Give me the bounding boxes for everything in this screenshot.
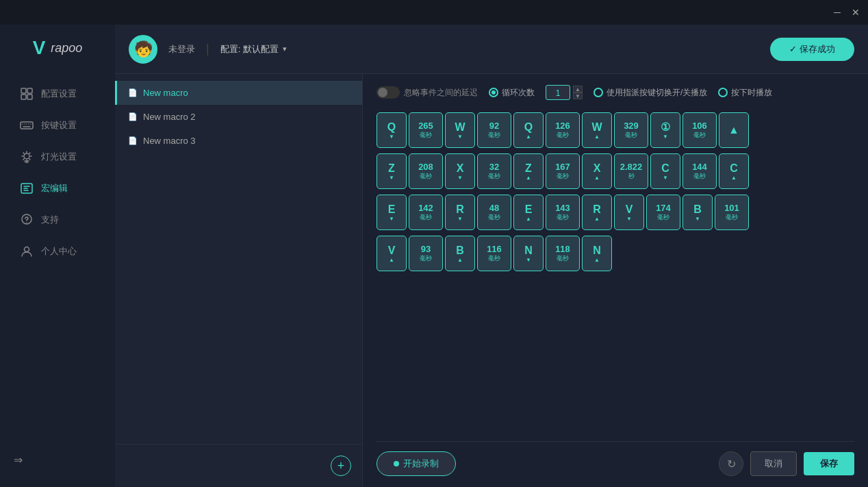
sidebar-label-light-settings: 灯光设置 — [41, 151, 77, 163]
key-tile[interactable]: Z▼ — [376, 153, 407, 189]
hold-play-radio[interactable] — [718, 88, 728, 97]
delay-tile[interactable]: 208毫秒 — [409, 153, 443, 189]
save-success-button[interactable]: ✓ 保存成功 — [770, 38, 854, 61]
collapse-button[interactable]: ⇒ — [14, 453, 23, 466]
svg-rect-0 — [21, 88, 26, 93]
loop-decrement-button[interactable]: ▼ — [573, 92, 583, 99]
key-tile[interactable]: Z▲ — [513, 153, 544, 189]
loop-increment-button[interactable]: ▲ — [573, 86, 583, 92]
cancel-button[interactable]: 取消 — [750, 451, 797, 476]
minimize-button[interactable]: ─ — [834, 7, 841, 18]
assign-key-radio[interactable] — [593, 88, 603, 97]
avatar: 🧒 — [129, 35, 157, 64]
editor-bottom: 开始录制 ↻ 取消 保存 — [376, 441, 854, 476]
key-tile[interactable]: B▼ — [682, 195, 713, 230]
key-tile[interactable]: B▲ — [445, 236, 475, 271]
record-button[interactable]: 开始录制 — [376, 451, 456, 476]
delay-tile[interactable]: 32毫秒 — [477, 153, 511, 189]
key-tile[interactable]: W▼ — [445, 112, 475, 148]
delay-tile[interactable]: 2.822秒 — [614, 153, 648, 189]
ignore-delay-toggle[interactable]: 忽略事件之间的延迟 — [376, 86, 478, 99]
support-icon — [19, 212, 34, 227]
record-dot-icon — [394, 461, 399, 466]
refresh-button[interactable]: ↻ — [719, 451, 743, 476]
header-config[interactable]: 配置: 默认配置 ▾ — [220, 43, 287, 55]
toggle-track[interactable] — [376, 86, 400, 99]
add-macro-button[interactable]: + — [331, 455, 351, 476]
sidebar-item-profile-settings[interactable]: 配置设置 — [5, 79, 110, 108]
svg-rect-3 — [27, 95, 32, 99]
key-tile[interactable]: N▲ — [582, 236, 612, 271]
assign-key-option[interactable]: 使用指派按键切换开/关播放 — [593, 87, 707, 99]
chevron-down-icon: ▾ — [283, 45, 287, 53]
key-tile[interactable]: E▼ — [376, 195, 407, 230]
svg-point-13 — [26, 222, 27, 223]
ignore-delay-label: 忽略事件之间的延迟 — [404, 87, 478, 99]
assign-key-label: 使用指派按键切换开/关播放 — [607, 87, 707, 99]
bottom-right-buttons: ↻ 取消 保存 — [719, 451, 854, 476]
avatar-icon: 🧒 — [134, 40, 153, 58]
macro-item-3[interactable]: 📄 New macro 3 — [115, 129, 362, 153]
key-tile[interactable]: W▲ — [582, 112, 612, 148]
delay-tile[interactable]: 265毫秒 — [409, 112, 443, 148]
sidebar-label-profile-settings: 配置设置 — [41, 88, 77, 100]
delay-tile[interactable]: 116毫秒 — [477, 236, 511, 271]
key-tile[interactable]: C▼ — [650, 153, 680, 189]
key-tile[interactable]: V▲ — [376, 236, 407, 271]
delay-tile[interactable]: 101毫秒 — [715, 195, 749, 230]
key-tile[interactable]: ▲ — [719, 112, 749, 148]
delay-tile[interactable]: 174毫秒 — [646, 195, 680, 230]
sidebar-item-user-center[interactable]: 个人中心 — [5, 237, 110, 266]
macro-item-label-2: New macro 2 — [143, 112, 196, 122]
logo-brand: rapoo — [51, 41, 82, 55]
delay-tile[interactable]: 329毫秒 — [614, 112, 648, 148]
key-tile[interactable]: ①▼ — [650, 112, 680, 148]
header: 🧒 未登录 | 配置: 默认配置 ▾ ✓ 保存成功 — [115, 25, 868, 74]
delay-tile[interactable]: 93毫秒 — [409, 236, 443, 271]
user-icon — [19, 244, 34, 259]
loop-count-radio[interactable] — [489, 88, 498, 97]
key-tile[interactable]: Q▲ — [513, 112, 544, 148]
delay-tile[interactable]: 92毫秒 — [477, 112, 511, 148]
login-status: 未登录 — [168, 43, 195, 55]
delay-tile[interactable]: 126毫秒 — [546, 112, 580, 148]
macro-list-panel: 📄 New macro 📄 New macro 2 📄 New macro 3 … — [115, 74, 363, 487]
light-icon — [19, 149, 34, 164]
header-divider: | — [206, 42, 209, 56]
delay-tile[interactable]: 48毫秒 — [477, 195, 511, 230]
delay-tile[interactable]: 106毫秒 — [682, 112, 717, 148]
key-tile[interactable]: N▼ — [513, 236, 544, 271]
save-button[interactable]: 保存 — [804, 452, 854, 475]
sidebar-item-key-settings[interactable]: 按键设置 — [5, 111, 110, 140]
sidebar-item-macro-editor[interactable]: 宏编辑 — [5, 174, 110, 203]
key-tile[interactable]: R▼ — [445, 195, 475, 230]
key-tile[interactable]: Q▼ — [376, 112, 407, 148]
close-button[interactable]: ✕ — [852, 7, 860, 18]
delay-tile[interactable]: 167毫秒 — [546, 153, 580, 189]
sidebar-label-key-settings: 按键设置 — [41, 119, 77, 132]
delay-tile[interactable]: 142毫秒 — [409, 195, 443, 230]
delay-tile[interactable]: 118毫秒 — [546, 236, 580, 271]
sidebar-item-light-settings[interactable]: 灯光设置 — [5, 142, 110, 171]
sidebar-item-support[interactable]: 支持 — [5, 205, 110, 234]
key-tile[interactable]: E▲ — [513, 195, 544, 230]
key-tile[interactable]: R▲ — [582, 195, 612, 230]
grid-icon — [19, 86, 34, 101]
nav-items: 配置设置 按键设置 — [0, 79, 115, 266]
key-tile[interactable]: V▼ — [614, 195, 644, 230]
delay-tile[interactable]: 144毫秒 — [682, 153, 717, 189]
sidebar-label-support: 支持 — [41, 214, 59, 226]
config-label: 配置: 默认配置 — [220, 43, 279, 55]
key-tile[interactable]: X▼ — [445, 153, 475, 189]
key-tile[interactable]: X▲ — [582, 153, 612, 189]
macro-item-1[interactable]: 📄 New macro — [115, 81, 362, 105]
keyboard-icon — [19, 118, 34, 133]
svg-point-11 — [24, 153, 29, 159]
delay-tile[interactable]: 143毫秒 — [546, 195, 580, 230]
loop-count-option[interactable]: 循环次数 — [489, 87, 535, 99]
loop-count-value: 1 — [546, 85, 570, 100]
key-tile[interactable]: C▲ — [719, 153, 749, 189]
hold-play-option[interactable]: 按下时播放 — [718, 87, 772, 99]
macro-item-2[interactable]: 📄 New macro 2 — [115, 105, 362, 129]
record-label: 开始录制 — [403, 458, 439, 470]
